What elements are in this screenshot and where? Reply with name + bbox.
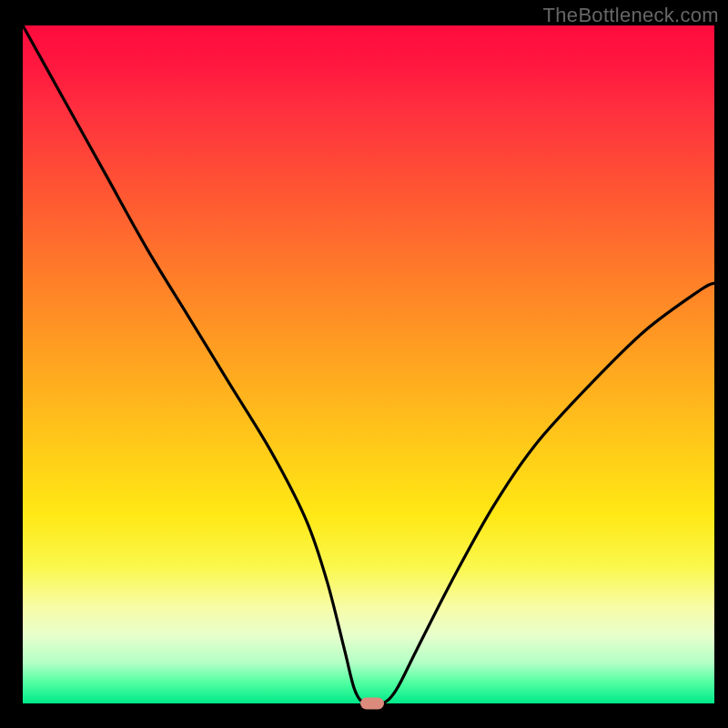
gradient-background: [23, 25, 714, 703]
plot-area: [23, 25, 714, 703]
optimal-point-marker: [360, 698, 384, 710]
watermark-text: TheBottleneck.com: [543, 4, 719, 27]
chart-canvas: TheBottleneck.com: [0, 0, 728, 728]
